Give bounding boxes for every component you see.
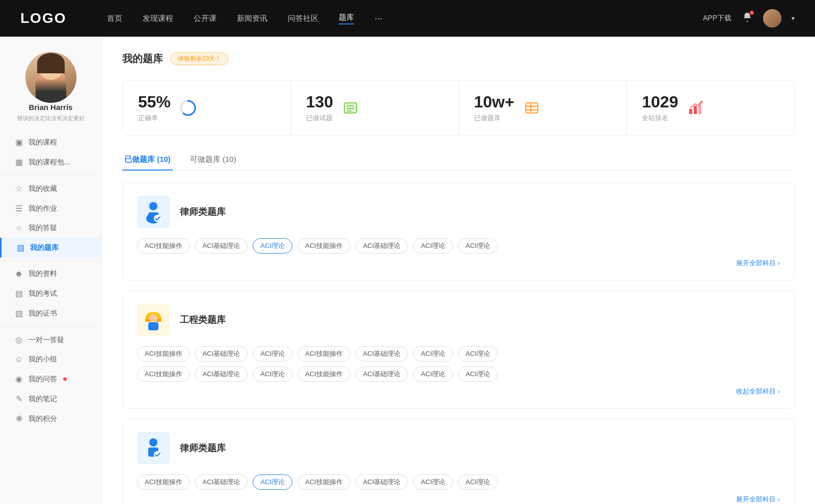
sidebar-item-my-course[interactable]: ▣ 我的课程 xyxy=(0,132,101,152)
qa-dot xyxy=(63,377,67,381)
stat-done-questions: 130 已做试题 xyxy=(291,80,459,135)
sidebar-item-qa[interactable]: ○ 我的答疑 xyxy=(0,218,101,238)
eng-tag-r2-5[interactable]: ACI理论 xyxy=(413,367,453,382)
points-icon: ❋ xyxy=(14,414,23,424)
eng-tag-r1-3[interactable]: ACI技能操作 xyxy=(297,346,350,361)
sidebar-item-exam[interactable]: ▤ 我的考试 xyxy=(0,284,101,303)
tab-todo[interactable]: 可做题库 (10) xyxy=(188,150,238,171)
main-layout: Brian Harris 错误的决定比没有决定要好 ▣ 我的课程 ▦ 我的课程包… xyxy=(0,37,815,504)
svg-point-24 xyxy=(149,314,157,322)
eng-tag-r2-4[interactable]: ACI基础理论 xyxy=(356,367,409,382)
l2-tag-4[interactable]: ACI基础理论 xyxy=(356,474,409,490)
sidebar-item-notes[interactable]: ✎ 我的笔记 xyxy=(0,389,101,409)
stat-done-b-number: 10w+ xyxy=(474,93,514,111)
bank-lawyer-2-tags: ACI技能操作 ACI基础理论 ACI理论 ACI技能操作 ACI基础理论 AC… xyxy=(137,474,780,490)
course-pkg-icon: ▦ xyxy=(14,157,23,167)
sidebar-avatar xyxy=(25,52,76,103)
tag-0[interactable]: ACI技能操作 xyxy=(137,238,190,254)
nav-more-dots[interactable]: ··· xyxy=(374,13,382,24)
l2-tag-2[interactable]: ACI理论 xyxy=(253,474,292,490)
eng-tag-r1-2[interactable]: ACI理论 xyxy=(253,346,292,361)
bank-section-lawyer-2: 律师类题库 ACI技能操作 ACI基础理论 ACI理论 ACI技能操作 ACI基… xyxy=(122,419,795,504)
sidebar-item-one-on-one[interactable]: ◎ 一对一答疑 xyxy=(0,330,101,350)
tag-6[interactable]: ACI理论 xyxy=(458,238,498,254)
bank-engineer-tags-row2: ACI技能操作 ACI基础理论 ACI理论 ACI技能操作 ACI基础理论 AC… xyxy=(137,367,780,382)
sidebar-item-my-bank[interactable]: ▨ 我的题库 xyxy=(0,238,101,258)
nav-link-qa[interactable]: 问答社区 xyxy=(288,14,318,23)
l2-tag-3[interactable]: ACI技能操作 xyxy=(297,474,350,490)
divider-2 xyxy=(0,261,101,261)
course-icon: ▣ xyxy=(14,137,23,147)
eng-tag-r2-2[interactable]: ACI理论 xyxy=(253,367,292,382)
eng-tag-r1-6[interactable]: ACI理论 xyxy=(458,346,498,361)
sidebar-item-points[interactable]: ❋ 我的积分 xyxy=(0,409,101,429)
bank-tabs: 已做题库 (10) 可做题库 (10) xyxy=(122,150,795,171)
tag-4[interactable]: ACI基础理论 xyxy=(356,238,409,254)
expand-btn-lawyer-2[interactable]: 展开全部科目 › xyxy=(736,495,780,504)
svg-rect-12 xyxy=(689,109,692,114)
stat-accuracy: 55% 正确率 xyxy=(123,80,291,135)
sidebar-item-cert[interactable]: ▧ 我的证书 xyxy=(0,303,101,323)
nav-app-download[interactable]: APP下载 xyxy=(703,14,731,23)
favorites-icon: ☆ xyxy=(14,184,23,193)
nav-dropdown-arrow[interactable]: ▾ xyxy=(792,15,795,22)
exam-icon: ▤ xyxy=(14,289,23,298)
stat-accuracy-icon xyxy=(179,99,197,117)
sidebar-item-my-course-pkg[interactable]: ▦ 我的课程包... xyxy=(0,152,101,172)
stat-accuracy-label: 正确率 xyxy=(138,114,171,123)
svg-rect-7 xyxy=(526,103,538,113)
one-on-one-icon: ◎ xyxy=(14,335,23,345)
l2-tag-1[interactable]: ACI基础理论 xyxy=(195,474,248,490)
l2-tag-5[interactable]: ACI理论 xyxy=(413,474,453,490)
sidebar-user-name: Brian Harris xyxy=(29,103,73,111)
eng-tag-r2-0[interactable]: ACI技能操作 xyxy=(137,367,190,382)
bank-lawyer-1-tags: ACI技能操作 ACI基础理论 ACI理论 ACI技能操作 ACI基础理论 AC… xyxy=(137,238,780,254)
l2-tag-6[interactable]: ACI理论 xyxy=(458,474,498,490)
nav-avatar[interactable] xyxy=(763,9,781,27)
profile-icon: ☻ xyxy=(14,269,23,278)
bank-lawyer-2-title: 律师类题库 xyxy=(180,442,226,454)
sidebar-item-group[interactable]: ☺ 我的小组 xyxy=(0,350,101,369)
collapse-btn-engineer[interactable]: 收起全部科目 › xyxy=(736,387,780,396)
tag-1[interactable]: ACI基础理论 xyxy=(195,238,248,254)
eng-tag-r2-6[interactable]: ACI理论 xyxy=(458,367,498,382)
eng-tag-r1-0[interactable]: ACI技能操作 xyxy=(137,346,190,361)
nav-link-bank[interactable]: 题库 xyxy=(339,13,354,24)
tab-done[interactable]: 已做题库 (10) xyxy=(122,150,173,171)
eng-tag-r2-3[interactable]: ACI技能操作 xyxy=(297,367,350,382)
tag-5[interactable]: ACI理论 xyxy=(413,238,453,254)
sidebar-item-profile[interactable]: ☻ 我的资料 xyxy=(0,264,101,284)
sidebar: Brian Harris 错误的决定比没有决定要好 ▣ 我的课程 ▦ 我的课程包… xyxy=(0,37,102,504)
nav-link-open[interactable]: 公开课 xyxy=(194,14,216,23)
nav-link-home[interactable]: 首页 xyxy=(107,14,122,23)
page-title: 我的题库 xyxy=(122,52,163,66)
nav-bell-dot xyxy=(750,11,754,15)
expand-btn-lawyer-1[interactable]: 展开全部科目 › xyxy=(736,259,780,268)
cert-icon: ▧ xyxy=(14,309,23,318)
stat-done-q-number: 130 xyxy=(306,93,333,111)
svg-point-15 xyxy=(700,101,702,103)
tag-2[interactable]: ACI理论 xyxy=(253,238,292,254)
svg-rect-23 xyxy=(148,322,158,330)
svg-point-19 xyxy=(149,202,157,210)
eng-tag-r1-5[interactable]: ACI理论 xyxy=(413,346,453,361)
eng-tag-r2-1[interactable]: ACI基础理论 xyxy=(195,367,248,382)
nav-links: 首页 发现课程 公开课 新闻资讯 问答社区 题库 ··· xyxy=(107,13,703,24)
qa-icon: ○ xyxy=(14,223,23,233)
svg-point-25 xyxy=(149,438,157,446)
bank-lawyer-1-icon xyxy=(137,195,170,228)
nav-link-news[interactable]: 新闻资讯 xyxy=(237,14,267,23)
tag-3[interactable]: ACI技能操作 xyxy=(297,238,350,254)
eng-tag-r1-4[interactable]: ACI基础理论 xyxy=(356,346,409,361)
sidebar-user-motto: 错误的决定比没有决定要好 xyxy=(17,115,85,122)
nav-bell-button[interactable] xyxy=(742,12,753,25)
stats-row: 55% 正确率 130 已做试题 xyxy=(122,80,795,135)
sidebar-item-favorites[interactable]: ☆ 我的收藏 xyxy=(0,179,101,199)
svg-rect-13 xyxy=(694,106,697,114)
nav-link-courses[interactable]: 发现课程 xyxy=(143,14,173,23)
eng-tag-r1-1[interactable]: ACI基础理论 xyxy=(195,346,248,361)
sidebar-item-my-qa[interactable]: ◉ 我的问答 xyxy=(0,369,101,389)
homework-icon: ☰ xyxy=(14,204,23,213)
sidebar-item-homework[interactable]: ☰ 我的作业 xyxy=(0,199,101,218)
l2-tag-0[interactable]: ACI技能操作 xyxy=(137,474,190,490)
